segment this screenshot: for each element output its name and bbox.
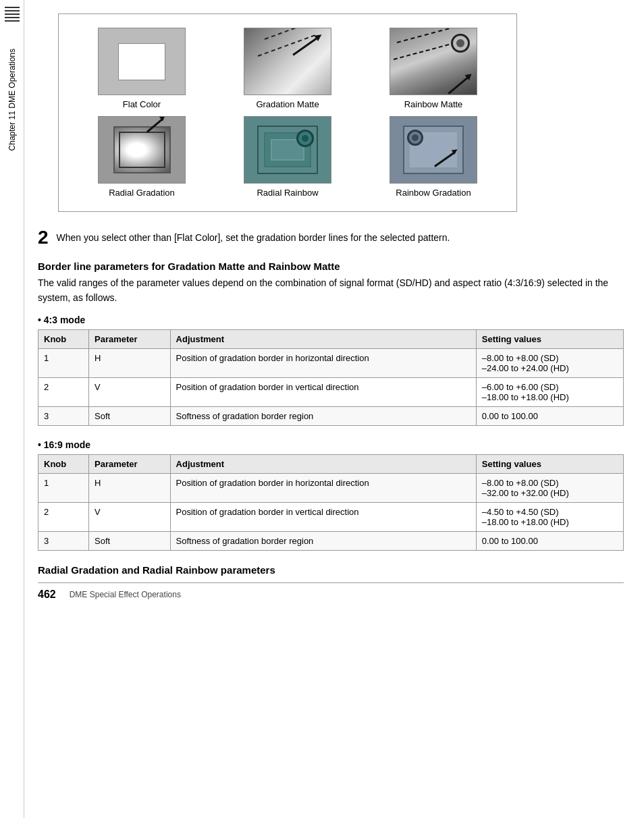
- sidebar: Chapter 11 DME Operations: [0, 0, 24, 818]
- radial-gradation-image: [98, 116, 186, 184]
- pattern-item-gradation-matte: Gradation Matte: [218, 28, 357, 109]
- col-adj-169: Adjustment: [170, 455, 476, 474]
- cell-param: Soft: [89, 532, 170, 551]
- flat-color-inner: [118, 43, 165, 80]
- pattern-item-radial-gradation: Radial Gradation: [72, 116, 211, 198]
- col-param-43: Parameter: [89, 330, 170, 349]
- col-param-169: Parameter: [89, 455, 170, 474]
- cell-knob: 1: [38, 474, 89, 503]
- main-content: Flat Color Gradation Matte: [24, 0, 644, 818]
- table-row: 2 V Position of gradation border in vert…: [38, 503, 624, 532]
- cell-values: –8.00 to +8.00 (SD)–24.00 to +24.00 (HD): [476, 349, 623, 378]
- cell-adj: Softness of gradation border region: [170, 532, 476, 551]
- cell-param: Soft: [89, 407, 170, 426]
- gradation-matte-label: Gradation Matte: [256, 99, 319, 109]
- sidebar-line: [5, 20, 20, 22]
- sidebar-line: [5, 7, 20, 8]
- table-row: 1 H Position of gradation border in hori…: [38, 474, 624, 503]
- cell-param: V: [89, 378, 170, 407]
- pattern-item-radial-rainbow: Radial Rainbow: [218, 116, 357, 198]
- sidebar-line: [5, 13, 20, 15]
- cell-param: H: [89, 474, 170, 503]
- gradation-matte-image: [244, 28, 331, 95]
- pattern-box: Flat Color Gradation Matte: [58, 13, 517, 212]
- mode-169-label: 16:9 mode: [44, 439, 90, 450]
- cell-knob: 3: [38, 532, 89, 551]
- pattern-item-flat-color: Flat Color: [72, 28, 211, 109]
- border-section-subtext: The valid ranges of the parameter values…: [38, 276, 624, 305]
- table-row: 1 H Position of gradation border in hori…: [38, 349, 624, 378]
- step-2-row: 2 When you select other than [Flat Color…: [38, 228, 624, 247]
- cell-param: V: [89, 503, 170, 532]
- page-number: 462: [38, 589, 56, 601]
- cell-adj: Position of gradation border in horizont…: [170, 349, 476, 378]
- cell-values: –6.00 to +6.00 (SD)–18.00 to +18.00 (HD): [476, 378, 623, 407]
- step-number: 2: [38, 228, 49, 247]
- cell-knob: 2: [38, 378, 89, 407]
- cell-knob: 1: [38, 349, 89, 378]
- cell-param: H: [89, 349, 170, 378]
- radial-rainbow-label: Radial Rainbow: [257, 188, 318, 198]
- col-adj-43: Adjustment: [170, 330, 476, 349]
- mode-169-heading: • 16:9 mode: [38, 439, 624, 450]
- table-43: Knob Parameter Adjustment Setting values…: [38, 329, 624, 426]
- cell-adj: Position of gradation border in horizont…: [170, 474, 476, 503]
- rainbow-gradation-image: [390, 116, 477, 184]
- flat-color-image: [98, 28, 186, 95]
- step-text: When you select other than [Flat Color],…: [57, 228, 450, 247]
- radial-rainbow-image: [244, 116, 331, 184]
- flat-color-label: Flat Color: [123, 99, 161, 109]
- chapter-label: Chapter 11 DME Operations: [7, 49, 17, 151]
- bullet-dot: •: [38, 439, 41, 450]
- table-row: 3 Soft Softness of gradation border regi…: [38, 532, 624, 551]
- sidebar-decoration: [5, 7, 20, 22]
- col-values-169: Setting values: [476, 455, 623, 474]
- bullet-dot: •: [38, 315, 41, 325]
- sidebar-line: [5, 10, 20, 11]
- cell-adj: Position of gradation border in vertical…: [170, 378, 476, 407]
- footer-label: DME Special Effect Operations: [70, 590, 181, 599]
- mode-43-label: 4:3 mode: [44, 315, 85, 325]
- pattern-item-rainbow-gradation: Rainbow Gradation: [364, 116, 503, 198]
- radial-gradation-label: Radial Gradation: [109, 188, 175, 198]
- cell-values: –8.00 to +8.00 (SD)–32.00 to +32.00 (HD): [476, 474, 623, 503]
- col-knob-43: Knob: [38, 330, 89, 349]
- cell-knob: 3: [38, 407, 89, 426]
- rainbow-matte-label: Rainbow Matte: [404, 99, 463, 109]
- pattern-item-rainbow-matte: Rainbow Matte: [364, 28, 503, 109]
- col-values-43: Setting values: [476, 330, 623, 349]
- cell-values: 0.00 to 100.00: [476, 407, 623, 426]
- cell-adj: Softness of gradation border region: [170, 407, 476, 426]
- rainbow-gradation-label: Rainbow Gradation: [396, 188, 471, 198]
- cell-adj: Position of gradation border in vertical…: [170, 503, 476, 532]
- border-section-heading: Border line parameters for Gradation Mat…: [38, 261, 624, 272]
- table-row: 3 Soft Softness of gradation border regi…: [38, 407, 624, 426]
- col-knob-169: Knob: [38, 455, 89, 474]
- cell-knob: 2: [38, 503, 89, 532]
- radial-section-heading: Radial Gradation and Radial Rainbow para…: [38, 564, 624, 576]
- mode-43-heading: • 4:3 mode: [38, 315, 624, 325]
- table-169: Knob Parameter Adjustment Setting values…: [38, 454, 624, 551]
- sidebar-line: [5, 17, 20, 18]
- page-footer: 462 DME Special Effect Operations: [38, 582, 624, 601]
- table-row: 2 V Position of gradation border in vert…: [38, 378, 624, 407]
- cell-values: 0.00 to 100.00: [476, 532, 623, 551]
- cell-values: –4.50 to +4.50 (SD)–18.00 to +18.00 (HD): [476, 503, 623, 532]
- rainbow-matte-image: [390, 28, 477, 95]
